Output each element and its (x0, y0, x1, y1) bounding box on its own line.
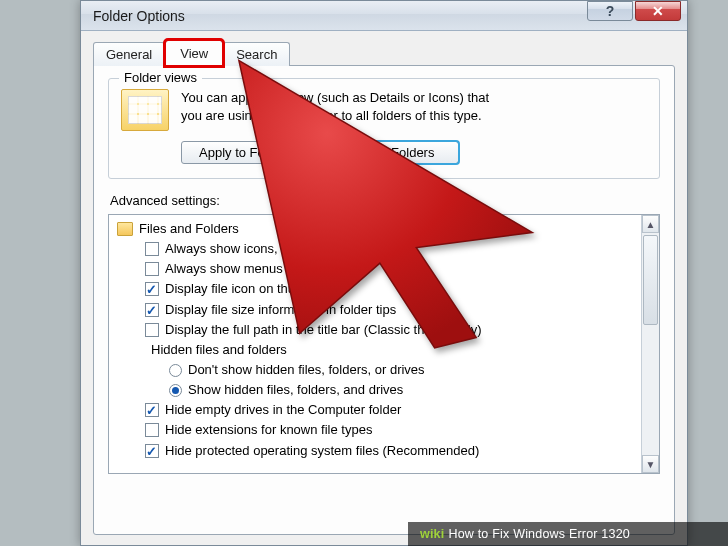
dialog-client-area: General View Search Folder views You can… (81, 31, 687, 546)
tab-search[interactable]: Search (223, 42, 290, 66)
close-button[interactable]: ✕ (635, 1, 681, 21)
checkbox-icon[interactable] (145, 444, 159, 458)
opt-file-icon-thumbs[interactable]: Display file icon on thumbnails (145, 279, 637, 299)
opt-full-path-title[interactable]: Display the full path in the title bar (… (145, 320, 637, 340)
advanced-settings-tree[interactable]: Files and Folders Always show icons, nev… (108, 214, 660, 474)
scroll-up-button[interactable]: ▲ (642, 215, 659, 233)
checkbox-icon[interactable] (145, 262, 159, 276)
folder-views-description: You can apply the view (such as Details … (181, 89, 647, 125)
folder-views-group: Folder views You can apply the view (suc… (108, 78, 660, 179)
folder-icon (117, 222, 133, 236)
opt-always-menus[interactable]: Always show menus (145, 259, 637, 279)
watermark-text: How to Fix Windows Error 1320 (448, 527, 630, 541)
tab-general[interactable]: General (93, 42, 165, 66)
chevron-down-icon: ▼ (646, 459, 656, 470)
watermark: wiki How to Fix Windows Error 1320 (408, 522, 728, 546)
help-button[interactable]: ? (587, 1, 633, 21)
checkbox-icon[interactable] (145, 242, 159, 256)
scroll-track[interactable] (642, 233, 659, 455)
folder-options-dialog: Folder Options ? ✕ General View Search F… (80, 0, 688, 546)
chevron-up-icon: ▲ (646, 219, 656, 230)
opt-hide-empty-drives[interactable]: Hide empty drives in the Computer folder (145, 400, 637, 420)
checkbox-icon[interactable] (145, 403, 159, 417)
tree-content: Files and Folders Always show icons, nev… (109, 215, 641, 473)
opt-dont-show-hidden[interactable]: Don't show hidden files, folders, or dri… (169, 360, 637, 380)
titlebar[interactable]: Folder Options ? ✕ (81, 1, 687, 31)
folder-views-icon (121, 89, 169, 131)
opt-always-icons[interactable]: Always show icons, never thumbnails (145, 239, 637, 259)
close-icon: ✕ (652, 3, 664, 19)
checkbox-icon[interactable] (145, 282, 159, 296)
checkbox-icon[interactable] (145, 323, 159, 337)
opt-hide-protected-os-files[interactable]: Hide protected operating system files (R… (145, 441, 637, 461)
scroll-down-button[interactable]: ▼ (642, 455, 659, 473)
tab-view-panel: Folder views You can apply the view (suc… (93, 65, 675, 535)
tree-root-files-folders[interactable]: Files and Folders (113, 219, 637, 239)
tab-view[interactable]: View (165, 40, 223, 66)
radio-icon[interactable] (169, 364, 182, 377)
window-title: Folder Options (93, 8, 585, 24)
reset-folders-button[interactable]: Reset Folders (329, 141, 459, 164)
checkbox-icon[interactable] (145, 423, 159, 437)
opt-hide-extensions[interactable]: Hide extensions for known file types (145, 420, 637, 440)
opt-file-size-tips[interactable]: Display file size information in folder … (145, 300, 637, 320)
tab-strip: General View Search (93, 39, 675, 65)
apply-to-folders-button[interactable]: Apply to Folders (181, 141, 311, 164)
tree-hidden-files-group[interactable]: Hidden files and folders (145, 340, 637, 360)
opt-show-hidden[interactable]: Show hidden files, folders, and drives (169, 380, 637, 400)
watermark-brand: wiki (420, 527, 444, 541)
scroll-thumb[interactable] (643, 235, 658, 325)
radio-icon[interactable] (169, 384, 182, 397)
checkbox-icon[interactable] (145, 303, 159, 317)
advanced-settings-label: Advanced settings: (110, 193, 660, 208)
folder-views-legend: Folder views (119, 70, 202, 85)
scrollbar[interactable]: ▲ ▼ (641, 215, 659, 473)
